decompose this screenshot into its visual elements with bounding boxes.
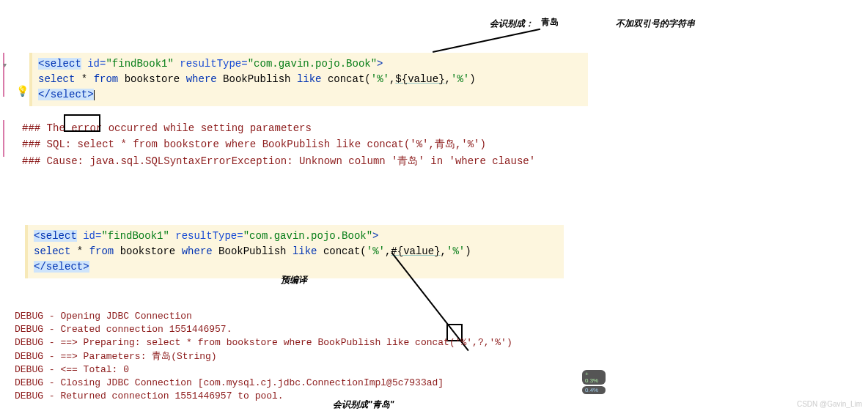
arrow-line-1 xyxy=(433,29,540,53)
q1: '%' xyxy=(367,245,385,257)
kw-from: from xyxy=(94,73,119,85)
error-line: ### Cause: java.sql.SQLSyntaxErrorExcept… xyxy=(22,153,535,169)
debug-line: DEBUG - Opening JDBC Connection xyxy=(15,310,512,323)
attr-id: id= xyxy=(81,58,106,70)
kw-where: where xyxy=(182,245,213,257)
code-line: <select id="findBook1" resultType="com.g… xyxy=(34,229,558,244)
bulb-icon[interactable]: 💡 xyxy=(16,85,29,97)
collapse-icon[interactable]: ▾ xyxy=(3,57,7,70)
debug-line: DEBUG - Returned connection 1551446957 t… xyxy=(15,390,512,403)
comma: , xyxy=(441,245,446,257)
param-dollar: ${value} xyxy=(395,73,444,85)
code-line: </select> xyxy=(34,259,558,275)
gutter-line-2 xyxy=(3,120,4,157)
kw-like: like xyxy=(297,73,322,85)
q2: '%' xyxy=(446,245,465,257)
tbl: bookstore xyxy=(114,245,181,257)
attr-rt-val: "com.gavin.pojo.Book" xyxy=(243,230,372,242)
param-hash: #{value} xyxy=(391,245,440,257)
attr-id: id= xyxy=(77,230,102,242)
label-precompile: 预编译 xyxy=(281,274,307,286)
col: BookPublish xyxy=(213,245,293,257)
attr-rt: resultType= xyxy=(174,58,248,70)
code-line: <select id="findBook1" resultType="com.g… xyxy=(38,56,582,72)
tag-open: <select xyxy=(38,58,81,70)
cursor-icon xyxy=(94,90,95,100)
rparen: ) xyxy=(465,245,471,257)
t: occurred while setting parameters xyxy=(108,122,312,134)
concat: concat( xyxy=(317,245,367,257)
label-recognize-quoted: 会识别成"青岛" xyxy=(333,399,394,411)
zoom-badge[interactable]: + 0.3% 0.4% xyxy=(582,370,606,394)
attr-rt: resultType= xyxy=(169,230,243,242)
q2: '%' xyxy=(451,73,469,85)
highlight-box-error xyxy=(64,114,100,132)
debug-line: DEBUG - Created connection 1551446957. xyxy=(15,323,512,336)
comma: , xyxy=(445,73,451,85)
watermark: CSDN @Gavin_Lim xyxy=(797,400,862,408)
code-line: </select> xyxy=(38,87,582,103)
code-block-2: <select id="findBook1" resultType="com.g… xyxy=(25,225,564,278)
tag-end: </select> xyxy=(38,89,94,100)
label-no-quote: 不加双引号的字符串 xyxy=(616,18,695,30)
tbl: bookstore xyxy=(118,73,185,85)
col: BookPublish xyxy=(217,73,297,85)
attr-rt-val: "com.gavin.pojo.Book" xyxy=(248,58,377,70)
debug-line: DEBUG - ==> Preparing: select * from boo… xyxy=(15,336,512,349)
code-block-1: <select id="findBook1" resultType="com.g… xyxy=(29,53,588,106)
code-line: select * from bookstore where BookPublis… xyxy=(38,72,582,87)
q1: '%' xyxy=(371,73,389,85)
error-line: ### SQL: select * from bookstore where B… xyxy=(22,136,535,152)
tag-close: > xyxy=(377,58,383,70)
star: * xyxy=(75,73,93,85)
star: * xyxy=(70,245,89,257)
debug-line: DEBUG - ==> Parameters: 青岛(String) xyxy=(15,350,512,363)
debug-line: DEBUG - Closing JDBC Connection [com.mys… xyxy=(15,377,512,390)
rparen: ) xyxy=(469,73,475,85)
kw-select: select xyxy=(34,245,70,257)
code-line: select * from bookstore where BookPublis… xyxy=(34,244,558,259)
badge-item: 0.4% xyxy=(582,386,606,394)
label-qingdao: 青岛 xyxy=(541,16,559,29)
kw-where: where xyxy=(186,73,217,85)
kw-select: select xyxy=(38,73,75,85)
tag-end: </select> xyxy=(34,261,89,273)
debug-line: DEBUG - <== Total: 0 xyxy=(15,363,512,377)
label-recognize-as: 会识别成： xyxy=(490,18,534,30)
kw-like: like xyxy=(293,245,317,257)
attr-id-val: "findBook1" xyxy=(101,230,169,242)
attr-id-val: "findBook1" xyxy=(106,58,173,70)
concat: concat( xyxy=(322,73,371,85)
debug-block: DEBUG - Opening JDBC Connection DEBUG - … xyxy=(15,310,512,403)
tag-close: > xyxy=(372,230,378,242)
badge-item: + 0.3% xyxy=(582,370,606,385)
tag-open: <select xyxy=(34,230,77,242)
kw-from: from xyxy=(89,245,114,257)
